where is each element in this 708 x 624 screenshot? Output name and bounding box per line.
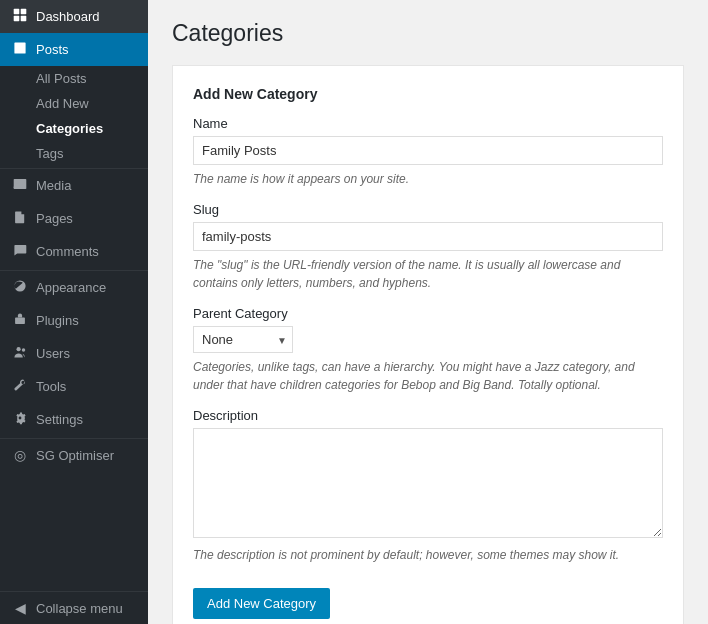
slug-help: The "slug" is the URL-friendly version o… xyxy=(193,256,663,292)
media-icon xyxy=(12,177,28,194)
sidebar-item-tools-label: Tools xyxy=(36,379,66,394)
sidebar-item-tools[interactable]: Tools xyxy=(0,370,148,403)
sidebar-item-media[interactable]: Media xyxy=(0,169,148,202)
sg-icon: ◎ xyxy=(12,447,28,463)
sidebar-item-all-posts[interactable]: All Posts xyxy=(36,66,148,91)
slug-group: Slug The "slug" is the URL-friendly vers… xyxy=(193,202,663,292)
settings-icon xyxy=(12,411,28,428)
svg-rect-2 xyxy=(14,16,20,22)
svg-rect-6 xyxy=(15,318,25,324)
sidebar-item-settings[interactable]: Settings xyxy=(0,403,148,436)
comments-icon xyxy=(12,243,28,260)
parent-select-wrap: None ▼ xyxy=(193,326,293,353)
collapse-menu-section: ◀ Collapse menu xyxy=(0,591,148,624)
main-content: Categories Add New Category Name The nam… xyxy=(148,0,708,624)
svg-point-9 xyxy=(17,347,21,351)
appearance-icon xyxy=(12,279,28,296)
slug-label: Slug xyxy=(193,202,663,217)
svg-point-7 xyxy=(18,320,20,322)
sidebar-item-appearance[interactable]: Appearance xyxy=(0,271,148,304)
sidebar-item-dashboard[interactable]: Dashboard xyxy=(0,0,148,33)
sidebar-item-dashboard-label: Dashboard xyxy=(36,9,100,24)
sidebar-section-sg: ◎ SG Optimiser xyxy=(0,438,148,471)
collapse-menu-label: Collapse menu xyxy=(36,601,123,616)
parent-label: Parent Category xyxy=(193,306,663,321)
sidebar-item-users-label: Users xyxy=(36,346,70,361)
add-new-category-button[interactable]: Add New Category xyxy=(193,588,330,619)
add-category-form: Add New Category Name The name is how it… xyxy=(172,65,684,624)
name-help: The name is how it appears on your site. xyxy=(193,170,663,188)
svg-point-8 xyxy=(20,320,22,322)
sidebar-item-comments-label: Comments xyxy=(36,244,99,259)
parent-select[interactable]: None xyxy=(193,326,293,353)
posts-submenu: All Posts Add New Categories Tags xyxy=(0,66,148,166)
sidebar-item-posts[interactable]: Posts xyxy=(0,33,148,66)
sidebar-item-comments[interactable]: Comments xyxy=(0,235,148,268)
sidebar-item-tags[interactable]: Tags xyxy=(36,141,148,166)
posts-icon xyxy=(12,41,28,58)
sidebar-section-appearance: Appearance xyxy=(0,270,148,304)
svg-rect-1 xyxy=(21,9,27,15)
sidebar-item-categories[interactable]: Categories xyxy=(36,116,148,141)
collapse-menu-button[interactable]: ◀ Collapse menu xyxy=(0,592,148,624)
description-label: Description xyxy=(193,408,663,423)
description-textarea[interactable] xyxy=(193,428,663,538)
description-help: The description is not prominent by defa… xyxy=(193,546,663,564)
sidebar-item-settings-label: Settings xyxy=(36,412,83,427)
collapse-icon: ◀ xyxy=(12,600,28,616)
sidebar-section-media: Media xyxy=(0,168,148,202)
sidebar-item-plugins[interactable]: Plugins xyxy=(0,304,148,337)
sidebar-item-pages[interactable]: Pages xyxy=(0,202,148,235)
sidebar-item-users[interactable]: Users xyxy=(0,337,148,370)
name-group: Name The name is how it appears on your … xyxy=(193,116,663,188)
sidebar-item-appearance-label: Appearance xyxy=(36,280,106,295)
users-icon xyxy=(12,345,28,362)
dashboard-icon xyxy=(12,8,28,25)
sidebar-item-posts-label: Posts xyxy=(36,42,69,57)
parent-help: Categories, unlike tags, can have a hier… xyxy=(193,358,663,394)
form-section-title: Add New Category xyxy=(193,86,663,102)
sidebar-item-plugins-label: Plugins xyxy=(36,313,79,328)
svg-rect-0 xyxy=(14,9,20,15)
pages-icon xyxy=(12,210,28,227)
svg-rect-3 xyxy=(21,16,27,22)
name-label: Name xyxy=(193,116,663,131)
page-title: Categories xyxy=(172,20,684,47)
parent-category-group: Parent Category None ▼ Categories, unlik… xyxy=(193,306,663,394)
description-group: Description The description is not promi… xyxy=(193,408,663,564)
tools-icon xyxy=(12,378,28,395)
sidebar-item-sg-optimiser[interactable]: ◎ SG Optimiser xyxy=(0,439,148,471)
sidebar-item-pages-label: Pages xyxy=(36,211,73,226)
sidebar-item-media-label: Media xyxy=(36,178,71,193)
svg-point-10 xyxy=(22,348,26,352)
sidebar: Dashboard Posts All Posts Add New Catego… xyxy=(0,0,148,624)
slug-input[interactable] xyxy=(193,222,663,251)
plugins-icon xyxy=(12,312,28,329)
sidebar-item-add-new[interactable]: Add New xyxy=(36,91,148,116)
sidebar-item-sg-label: SG Optimiser xyxy=(36,448,114,463)
name-input[interactable] xyxy=(193,136,663,165)
